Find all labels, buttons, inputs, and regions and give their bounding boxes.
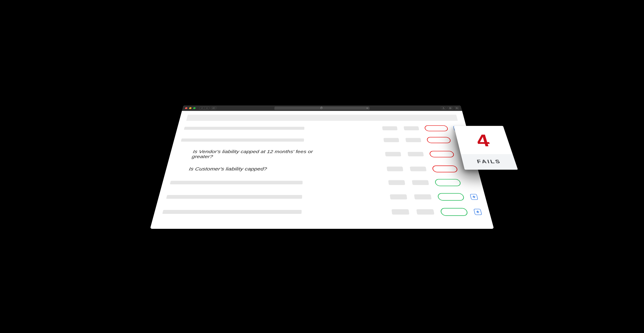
question-placeholder — [184, 127, 304, 130]
checklist-row: Is Vendor's liability capped at 12 month… — [176, 149, 468, 159]
question-text: Is Customer's liability capped? — [188, 166, 267, 172]
data-cell — [404, 126, 419, 130]
question-placeholder — [181, 138, 304, 141]
question-placeholder — [170, 181, 303, 184]
tabs-button[interactable] — [448, 107, 453, 110]
question-placeholder — [166, 195, 302, 199]
fails-summary-card: 4 FAILS — [454, 126, 518, 170]
browser-window: ⟳ + — [150, 105, 494, 229]
data-cell — [392, 209, 409, 214]
question-cell — [184, 127, 322, 130]
maximize-window-button[interactable] — [193, 107, 196, 109]
close-window-button[interactable] — [185, 107, 188, 109]
status-pill-pass[interactable] — [440, 208, 468, 216]
page-header-placeholder — [186, 115, 458, 121]
data-cell — [387, 167, 403, 171]
status-pill-fail[interactable] — [426, 137, 451, 143]
svg-rect-0 — [212, 108, 215, 109]
status-pill-pass[interactable] — [437, 193, 465, 201]
checklist-row — [184, 125, 460, 131]
checklist-row — [162, 208, 482, 216]
page-content: Is Vendor's liability capped at 12 month… — [150, 111, 494, 229]
data-cell — [406, 138, 421, 142]
question-cell — [170, 181, 322, 184]
data-cell — [408, 152, 424, 156]
minimize-window-button[interactable] — [189, 107, 192, 109]
question-cell — [166, 195, 322, 199]
checklist-row — [169, 179, 474, 186]
data-cell — [412, 180, 429, 185]
fails-label: FAILS — [462, 158, 516, 164]
status-pill-pass[interactable] — [434, 179, 462, 186]
svg-line-1 — [213, 108, 214, 109]
sidebar-toggle-button[interactable] — [211, 107, 216, 110]
question-cell: Is Customer's liability capped? — [173, 166, 322, 172]
svg-rect-3 — [450, 107, 452, 108]
window-controls — [185, 107, 196, 109]
fails-count: 4 — [456, 132, 511, 149]
nav-cluster — [199, 107, 216, 110]
add-button[interactable] — [474, 209, 482, 215]
data-cell — [388, 180, 405, 185]
question-text: Is Vendor's liability capped at 12 month… — [191, 149, 322, 159]
data-cell — [382, 126, 398, 130]
share-button[interactable] — [440, 107, 446, 110]
question-cell — [162, 210, 322, 214]
forward-button[interactable] — [204, 107, 210, 110]
url-bar[interactable]: ⟳ — [274, 106, 370, 110]
lock-icon — [320, 107, 322, 109]
question-cell — [181, 138, 322, 141]
data-cell — [410, 167, 426, 171]
status-pill-fail[interactable] — [429, 151, 454, 157]
status-pill-fail[interactable] — [432, 165, 458, 172]
back-button[interactable] — [199, 107, 205, 110]
status-pill-fail[interactable] — [424, 125, 448, 131]
checklist-row — [180, 137, 464, 143]
data-cell — [384, 138, 399, 142]
question-placeholder — [162, 210, 302, 214]
data-cell — [416, 209, 434, 214]
data-cell — [385, 152, 401, 156]
checklist-row — [166, 193, 478, 201]
browser-titlebar: ⟳ + — [182, 105, 462, 111]
checklist-row: Is Customer's liability capped? — [173, 165, 471, 172]
add-button[interactable] — [470, 194, 478, 200]
data-cell — [390, 194, 407, 199]
data-cell — [414, 194, 432, 199]
new-tab-button[interactable]: + — [454, 106, 459, 110]
question-cell: Is Vendor's liability capped at 12 month… — [176, 149, 322, 159]
reload-icon[interactable]: ⟳ — [366, 107, 368, 109]
